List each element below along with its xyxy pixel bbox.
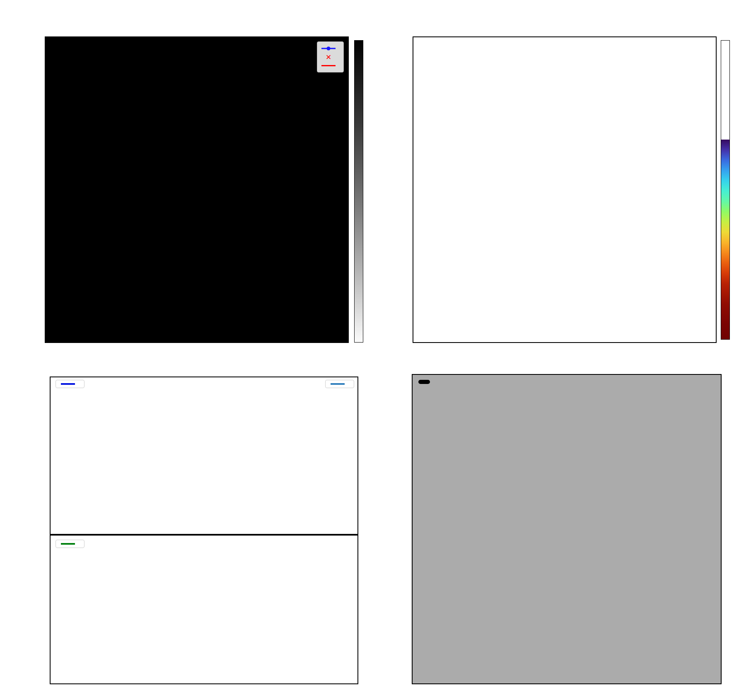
track-line-icon <box>321 46 336 51</box>
figure-canvas: ✕ <box>0 0 751 700</box>
awv-map-axes[interactable] <box>413 36 717 343</box>
ace-chart[interactable] <box>50 535 358 684</box>
band14-map-axes[interactable]: ✕ <box>45 36 349 343</box>
copyright-badge <box>48 338 56 340</box>
ace-line-swatch <box>61 543 75 545</box>
wmg-count-badge <box>418 380 430 384</box>
legend-row-tracks <box>321 44 339 53</box>
wmg-pixel-map <box>413 375 720 683</box>
band14-legend[interactable]: ✕ <box>317 41 344 72</box>
wind-pressure-chart[interactable] <box>50 377 358 535</box>
wmg-map-axes[interactable] <box>412 374 722 684</box>
band14-colorbar <box>354 40 363 343</box>
awv-satellite-image <box>413 37 716 342</box>
legend-row-target: ✕ <box>321 53 339 61</box>
band14-satellite-image <box>46 37 348 342</box>
legend-row-floater <box>321 61 339 70</box>
awv-colorbar <box>721 40 730 340</box>
floater-line-icon <box>321 65 336 66</box>
wind-pressure-plot-area <box>51 377 357 534</box>
wind-line-swatch <box>61 383 75 385</box>
pres-legend[interactable] <box>325 380 354 388</box>
target-x-icon: ✕ <box>321 53 336 61</box>
ace-legend[interactable] <box>56 540 85 548</box>
wind-legend[interactable] <box>56 380 85 388</box>
pres-line-swatch <box>331 383 345 385</box>
ace-plot-area <box>51 536 357 683</box>
